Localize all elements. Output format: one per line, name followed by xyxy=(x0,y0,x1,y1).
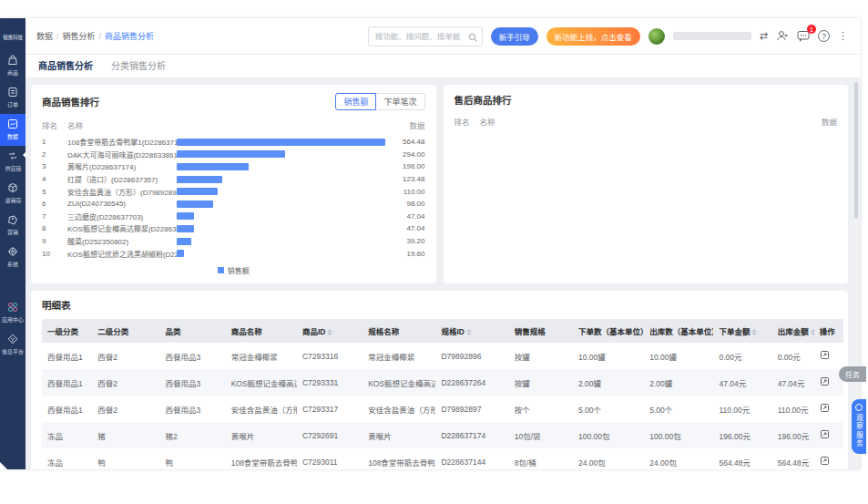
messages-icon[interactable]: 1 xyxy=(797,30,810,42)
sidebar-item-info-platform[interactable]: 信息平台 xyxy=(0,329,26,361)
app-center-icon xyxy=(7,302,18,313)
avatar[interactable] xyxy=(648,28,665,45)
panel-title: 商品销售排行 xyxy=(42,95,99,108)
service-label: 观察服务 xyxy=(854,414,864,448)
rank-row: 4红提（进口）(D228637357)123.48 xyxy=(42,173,425,186)
user-name-redacted xyxy=(673,32,751,40)
sidebar-item-marketing[interactable]: 营销 xyxy=(0,210,26,242)
customer-service-float-button[interactable]: 观察服务 xyxy=(852,399,866,454)
col-order-qty[interactable]: 下单数（基本单位） xyxy=(573,319,644,343)
breadcrumb-separator: / xyxy=(99,32,102,41)
sidebar-corner-decoration xyxy=(0,462,7,469)
scrollbar-thumb[interactable] xyxy=(854,82,858,219)
rank-row: 1108食堂带筋去骨鸭掌1(D228637144)564.48 xyxy=(42,136,425,149)
sidebar-item-inventory[interactable]: 进销存 xyxy=(0,178,26,210)
search-input[interactable] xyxy=(368,26,483,46)
gear-icon xyxy=(7,246,18,257)
brand-logo: 锐惠科技 xyxy=(3,33,23,40)
breadcrumb-current: 商品销售分析 xyxy=(105,30,154,42)
sidebar-item-system[interactable]: 系统 xyxy=(0,242,26,273)
col-spec-id[interactable]: 规格ID xyxy=(435,319,508,343)
toggle-sales-amount[interactable]: 销售额 xyxy=(335,93,376,110)
rank-row: 10KOS甄想记优质之选黑胡椒粉(D228634296)19.60 xyxy=(42,247,425,260)
ranking-list-header: 排名 名称 数据 xyxy=(454,116,838,127)
col-order-amount[interactable]: 下单金额 xyxy=(713,319,771,343)
col-outbound-amount[interactable]: 出库金额 xyxy=(772,319,814,343)
bag-icon xyxy=(7,55,18,66)
metric-toggle: 销售额 下单笔次 xyxy=(335,93,424,110)
detail-table: 一级分类 二级分类 品类 商品名称 商品ID 规格名称 规格ID 销售规格 下单… xyxy=(42,319,843,469)
sort-icon[interactable] xyxy=(466,329,472,335)
breadcrumb-sales-analysis[interactable]: 销售分析 xyxy=(63,30,96,42)
sidebar-item-label: 系统 xyxy=(7,260,18,268)
aftersale-product-ranking-panel: 售后商品排行 排名 名称 数据 xyxy=(444,85,849,283)
analysis-tabs: 商品销售分析 分类销售分析 xyxy=(26,55,861,78)
sidebar-item-label: 信息平台 xyxy=(2,347,24,355)
sidebar-item-supply-chain[interactable]: 供应链 xyxy=(0,146,26,178)
help-icon[interactable]: ? xyxy=(818,30,830,42)
breadcrumb-data[interactable]: 数据 xyxy=(36,30,53,42)
invite-member-icon[interactable] xyxy=(776,30,789,42)
ranking-bar-chart: 1108食堂带筋去骨鸭掌1(D228637144)564.48 2DAK大可海可… xyxy=(42,136,425,262)
rank-row: 9酸菜(D252350802)39.20 xyxy=(42,235,425,248)
new-feature-button[interactable]: 新功能上线，点击查看 xyxy=(546,27,640,46)
bar xyxy=(177,225,194,232)
bar xyxy=(177,212,194,220)
product-sales-ranking-panel: 商品销售排行 销售额 下单笔次 排名 名称 数据 xyxy=(31,85,436,283)
global-search xyxy=(368,26,483,46)
task-float-button[interactable]: 任务 xyxy=(839,366,866,382)
page: 锐惠科技 商品 订单 数据 供应链 xyxy=(0,0,868,504)
switch-account-icon[interactable]: ⇄ xyxy=(760,31,768,41)
table-row: 西餐用品1西餐2西餐用品3安佳含盐黄油（方形）C7293317安佳含盐黄油（方形… xyxy=(42,396,843,422)
toggle-order-count[interactable]: 下单笔次 xyxy=(375,93,424,110)
search-icon[interactable] xyxy=(468,30,478,46)
ranking-list-header: 排名 名称 数据 xyxy=(42,119,425,130)
tab-category-sales-analysis[interactable]: 分类销售分析 xyxy=(111,58,166,72)
rank-row: 3黄喉片(D228637174)196.00 xyxy=(42,160,425,173)
content-area: 商品销售排行 销售额 下单笔次 排名 名称 数据 xyxy=(26,78,861,469)
view-detail-icon[interactable] xyxy=(820,403,830,415)
sidebar-item-label: 订单 xyxy=(7,100,18,108)
rank-row: 6ZUI(D240736545)98.00 xyxy=(42,198,425,211)
col-operation: 操作 xyxy=(814,319,843,343)
sidebar-item-data[interactable]: 数据 xyxy=(0,114,26,146)
sidebar-item-app-center[interactable]: 应用中心 xyxy=(0,297,26,329)
sort-icon[interactable] xyxy=(327,329,332,335)
rank-row: 5安佳含盐黄油（方形）(D79892897)110.00 xyxy=(42,185,425,198)
sidebar-item-label: 应用中心 xyxy=(2,315,24,324)
tab-product-sales-analysis[interactable]: 商品销售分析 xyxy=(38,58,93,72)
view-detail-icon[interactable] xyxy=(820,456,830,468)
sort-icon[interactable] xyxy=(751,329,757,335)
view-detail-icon[interactable] xyxy=(820,350,830,362)
app-window: 锐惠科技 商品 订单 数据 供应链 xyxy=(0,18,861,469)
sidebar-item-label: 数据 xyxy=(7,132,18,140)
col-outbound-qty[interactable]: 出库数（基本单位） xyxy=(644,319,713,343)
table-header-row: 一级分类 二级分类 品类 商品名称 商品ID 规格名称 规格ID 销售规格 下单… xyxy=(42,319,843,343)
view-detail-icon[interactable] xyxy=(820,376,830,388)
bar xyxy=(177,250,184,257)
bar xyxy=(177,163,249,170)
sidebar: 锐惠科技 商品 订单 数据 供应链 xyxy=(0,18,26,469)
bar xyxy=(177,176,222,183)
kebab-menu-icon[interactable]: ⋮ xyxy=(838,31,848,41)
inventory-icon xyxy=(7,182,18,193)
bar xyxy=(177,150,285,158)
sidebar-item-label: 营销 xyxy=(7,228,18,236)
info-platform-icon xyxy=(7,334,18,345)
col-product-id[interactable]: 商品ID xyxy=(297,319,363,343)
rank-row: 8KOS甄想记金樽高达椰浆(D228637264)47.04 xyxy=(42,222,425,235)
view-detail-icon[interactable] xyxy=(820,429,830,441)
col-product-name: 商品名称 xyxy=(226,319,297,343)
table-row: 冻品鸭鸭108食堂带筋去骨鸭掌C7293011108食堂带筋去骨鸭掌1D2286… xyxy=(42,448,843,469)
table-title: 明细表 xyxy=(42,298,837,312)
sidebar-item-orders[interactable]: 订单 xyxy=(0,82,26,114)
col-category: 品类 xyxy=(159,319,225,343)
panel-title: 售后商品排行 xyxy=(454,93,512,107)
sort-icon[interactable] xyxy=(811,329,814,335)
beginner-guide-button[interactable]: 新手引导 xyxy=(491,27,538,46)
bar xyxy=(177,238,191,245)
chart-legend: 销售额 xyxy=(42,265,425,275)
bar xyxy=(177,139,385,146)
col-sale-spec: 销售规格 xyxy=(509,319,573,343)
sidebar-item-goods[interactable]: 商品 xyxy=(0,50,26,82)
